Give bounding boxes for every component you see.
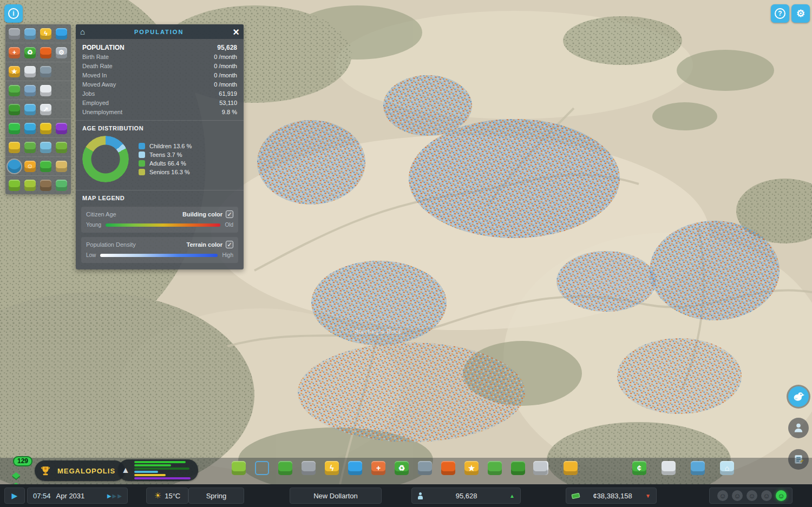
legend-checkbox[interactable]: ✓ (226, 241, 233, 248)
education-infoview[interactable] (38, 64, 54, 78)
pollution-infoview[interactable] (54, 140, 69, 154)
industrial-zones-infoview[interactable] (38, 121, 54, 135)
speed-arrow-icon[interactable]: ▶ (107, 493, 112, 499)
speed-arrow-icon[interactable]: ▶ (117, 493, 122, 499)
play-pause-button[interactable]: ▶ (4, 488, 25, 504)
office-zones-infoview[interactable] (54, 121, 69, 135)
happiness-face-icon: ☺ (761, 490, 772, 501)
economy-button[interactable]: ¢ (632, 461, 646, 475)
garbage-icon: ♻ (395, 461, 409, 475)
police-tool[interactable]: ★ (464, 461, 479, 475)
parks-tool[interactable] (511, 461, 525, 475)
legend-card-label: Population Density (86, 241, 136, 248)
water-resources-infoview[interactable] (54, 178, 69, 192)
transport-depot-infoview[interactable] (22, 27, 38, 41)
xp-widget[interactable]: ◆◆ 129 (8, 457, 32, 483)
post-infoview[interactable] (22, 83, 38, 97)
help-button[interactable]: ? (771, 4, 789, 23)
landscaping-tool[interactable] (533, 461, 547, 475)
ore-resources-infoview[interactable] (38, 178, 54, 192)
education-tool[interactable] (418, 461, 432, 475)
population-icon (8, 160, 21, 173)
infoviews-toggle-button[interactable]: i (4, 4, 23, 23)
landmarks-infoview[interactable] (54, 159, 69, 173)
buildings-infoview[interactable] (22, 102, 38, 116)
roads-infoview[interactable] (6, 27, 22, 41)
happiness-widget[interactable]: ☺☺☺☺☺ (709, 488, 793, 504)
city-name-widget[interactable]: New Dollarton (290, 488, 382, 504)
progression-widget[interactable]: ▲ (118, 459, 198, 481)
population-panel: ⌂ POPULATION × POPULATION95,628Birth Rat… (76, 24, 244, 269)
help-icon: ? (775, 8, 785, 19)
close-icon[interactable]: × (233, 27, 239, 37)
bulldozer-icon (564, 461, 578, 475)
map-overview-button[interactable] (662, 461, 676, 475)
education-icon (40, 66, 51, 77)
natural-resources-infoview[interactable] (6, 178, 22, 192)
progression-button[interactable]: ⌂ (720, 461, 734, 475)
routes-infoview[interactable]: ↗ (38, 102, 54, 116)
transportation-tool[interactable] (488, 461, 502, 475)
parks-infoview[interactable] (6, 102, 22, 116)
population-infoview[interactable] (6, 159, 22, 173)
maintenance-infoview[interactable]: ⚙ (54, 45, 69, 60)
followed-citizens-button[interactable] (788, 418, 809, 438)
statistics-button[interactable] (691, 461, 705, 475)
fire-rescue-infoview[interactable] (38, 45, 54, 60)
population-trend-up-icon: ▲ (509, 493, 515, 499)
transport-depot-icon (24, 28, 36, 39)
settings-button[interactable]: ⚙ (791, 4, 810, 23)
parks-icon (9, 104, 20, 115)
progress-bar (134, 468, 189, 470)
bulldozer-tool[interactable] (564, 461, 578, 475)
legend-gradient-bar (100, 254, 218, 257)
progress-bar (134, 461, 186, 463)
season-widget[interactable]: Spring (188, 488, 244, 504)
healthcare-tool[interactable]: + (371, 461, 385, 475)
roads-tool[interactable] (302, 461, 316, 475)
healthcare-infoview[interactable]: + (6, 45, 22, 60)
electricity-infoview[interactable]: ϟ (38, 27, 54, 41)
legend-checkbox[interactable]: ✓ (226, 210, 233, 218)
weather-widget[interactable]: ☀ 15°C (146, 488, 188, 504)
water-tool[interactable] (348, 461, 362, 475)
chirper-button[interactable] (788, 386, 809, 407)
water-resources-icon (56, 180, 67, 191)
statistics-infoview[interactable] (38, 140, 54, 154)
fertile-land-infoview[interactable] (22, 178, 38, 192)
population-widget[interactable]: 95,628 ▲ (411, 488, 521, 504)
time-date-widget[interactable]: 07:54 Apr 2031 ▶▶▶ (27, 488, 128, 504)
happiness-infoview[interactable]: ☺ (22, 159, 38, 173)
natural-resources-icon (9, 180, 20, 191)
commercial-zones-infoview[interactable] (22, 121, 38, 135)
speed-arrow-icon[interactable]: ▶ (113, 493, 117, 499)
education-icon (418, 461, 432, 475)
economy-icon: ¢ (632, 461, 646, 475)
money-widget[interactable]: ¢38,383,158 ▼ (566, 488, 657, 504)
administration-infoview[interactable] (22, 64, 38, 78)
sim-speed-control[interactable]: ▶▶▶ (107, 493, 122, 499)
electricity-tool[interactable]: ϟ (325, 461, 339, 475)
transportation-infoview[interactable] (6, 83, 22, 97)
police-infoview[interactable]: ★ (6, 64, 22, 78)
landscaping-icon (533, 461, 547, 475)
stat-row: Moved Away0 /month (82, 80, 237, 89)
economy-infoview[interactable] (38, 159, 54, 173)
fire-rescue-tool[interactable] (441, 461, 455, 475)
administration-icon (24, 66, 36, 77)
garbage-tool[interactable]: ♻ (395, 461, 409, 475)
residential-zones-infoview[interactable] (6, 121, 22, 135)
districts-tool[interactable] (255, 461, 269, 475)
terrain-tool[interactable] (278, 461, 292, 475)
tourism-infoview[interactable] (22, 140, 38, 154)
communications-infoview[interactable] (38, 83, 54, 97)
zones-tool[interactable] (232, 461, 246, 475)
water-infoview[interactable] (54, 27, 69, 41)
districts-icon (255, 461, 269, 475)
milestone-widget[interactable]: MEGALOPOLIS (35, 460, 125, 481)
stat-value: 53,110 (219, 98, 237, 108)
age-legend-row: Adults 66.4 % (139, 159, 192, 168)
buildings-icon (24, 104, 36, 115)
land-value-infoview[interactable] (6, 140, 22, 154)
garbage-infoview[interactable]: ♻ (22, 45, 38, 60)
